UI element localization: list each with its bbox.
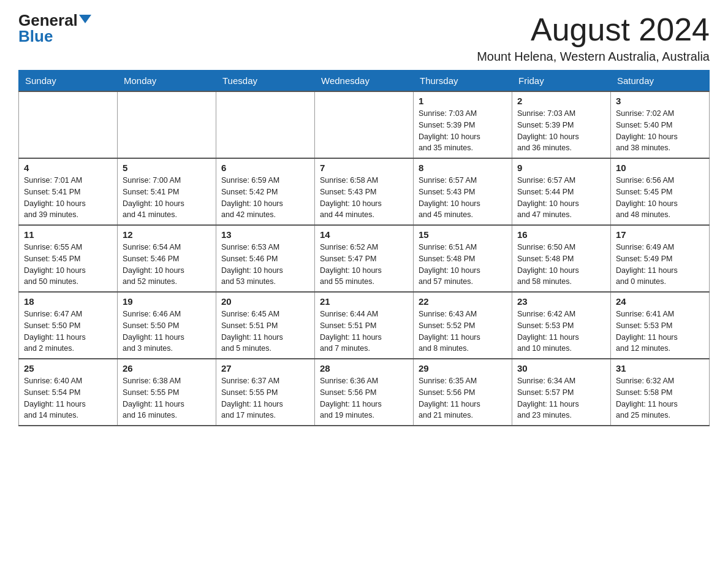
- day-number: 7: [320, 163, 408, 173]
- day-number: 4: [24, 163, 112, 173]
- day-number: 14: [320, 229, 408, 240]
- day-info: Sunrise: 6:57 AM Sunset: 5:43 PM Dayligh…: [419, 175, 507, 221]
- calendar-cell: 15Sunrise: 6:51 AM Sunset: 5:48 PM Dayli…: [414, 225, 512, 292]
- day-info: Sunrise: 6:45 AM Sunset: 5:51 PM Dayligh…: [221, 308, 309, 354]
- day-number: 2: [517, 96, 605, 106]
- day-number: 26: [123, 363, 211, 373]
- col-header-tuesday: Tuesday: [216, 71, 315, 92]
- day-number: 11: [24, 229, 112, 240]
- day-info: Sunrise: 7:01 AM Sunset: 5:41 PM Dayligh…: [24, 175, 112, 221]
- day-number: 29: [419, 363, 507, 373]
- calendar-cell: 29Sunrise: 6:35 AM Sunset: 5:56 PM Dayli…: [414, 359, 512, 426]
- calendar-cell: [315, 91, 414, 158]
- day-info: Sunrise: 6:44 AM Sunset: 5:51 PM Dayligh…: [320, 308, 408, 354]
- location-title: Mount Helena, Western Australia, Austral…: [477, 50, 710, 64]
- calendar-cell: 18Sunrise: 6:47 AM Sunset: 5:50 PM Dayli…: [19, 292, 118, 359]
- calendar-cell: 16Sunrise: 6:50 AM Sunset: 5:48 PM Dayli…: [512, 225, 611, 292]
- calendar-cell: 2Sunrise: 7:03 AM Sunset: 5:39 PM Daylig…: [512, 91, 611, 158]
- day-info: Sunrise: 6:59 AM Sunset: 5:42 PM Dayligh…: [221, 175, 309, 221]
- calendar-cell: [216, 91, 315, 158]
- calendar-table: SundayMondayTuesdayWednesdayThursdayFrid…: [18, 70, 710, 426]
- logo: General Blue: [18, 12, 91, 44]
- calendar-cell: 1Sunrise: 7:03 AM Sunset: 5:39 PM Daylig…: [414, 91, 512, 158]
- day-number: 9: [517, 163, 605, 173]
- day-info: Sunrise: 6:49 AM Sunset: 5:49 PM Dayligh…: [616, 242, 704, 288]
- logo-arrow-icon: [79, 15, 91, 23]
- day-number: 5: [123, 163, 211, 173]
- calendar-cell: 23Sunrise: 6:42 AM Sunset: 5:53 PM Dayli…: [512, 292, 611, 359]
- day-number: 6: [221, 163, 309, 173]
- col-header-friday: Friday: [512, 71, 611, 92]
- logo-general: General: [18, 12, 78, 28]
- day-info: Sunrise: 6:41 AM Sunset: 5:53 PM Dayligh…: [616, 308, 704, 354]
- day-info: Sunrise: 6:36 AM Sunset: 5:56 PM Dayligh…: [320, 375, 408, 421]
- calendar-cell: 22Sunrise: 6:43 AM Sunset: 5:52 PM Dayli…: [414, 292, 512, 359]
- day-number: 15: [419, 229, 507, 240]
- calendar-cell: 5Sunrise: 7:00 AM Sunset: 5:41 PM Daylig…: [118, 158, 216, 225]
- day-number: 23: [517, 296, 605, 307]
- day-info: Sunrise: 7:02 AM Sunset: 5:40 PM Dayligh…: [616, 108, 704, 154]
- day-number: 27: [221, 363, 309, 373]
- day-info: Sunrise: 6:38 AM Sunset: 5:55 PM Dayligh…: [123, 375, 211, 421]
- calendar-cell: [118, 91, 216, 158]
- col-header-sunday: Sunday: [19, 71, 118, 92]
- day-number: 20: [221, 296, 309, 307]
- calendar-cell: 28Sunrise: 6:36 AM Sunset: 5:56 PM Dayli…: [315, 359, 414, 426]
- week-row-3: 11Sunrise: 6:55 AM Sunset: 5:45 PM Dayli…: [19, 225, 710, 292]
- day-number: 28: [320, 363, 408, 373]
- day-number: 12: [123, 229, 211, 240]
- logo-blue: Blue: [18, 28, 53, 44]
- calendar-cell: 6Sunrise: 6:59 AM Sunset: 5:42 PM Daylig…: [216, 158, 315, 225]
- day-number: 8: [419, 163, 507, 173]
- week-row-1: 1Sunrise: 7:03 AM Sunset: 5:39 PM Daylig…: [19, 91, 710, 158]
- calendar-cell: 10Sunrise: 6:56 AM Sunset: 5:45 PM Dayli…: [611, 158, 710, 225]
- day-info: Sunrise: 6:57 AM Sunset: 5:44 PM Dayligh…: [517, 175, 605, 221]
- calendar-cell: 3Sunrise: 7:02 AM Sunset: 5:40 PM Daylig…: [611, 91, 710, 158]
- day-info: Sunrise: 6:50 AM Sunset: 5:48 PM Dayligh…: [517, 242, 605, 288]
- day-number: 16: [517, 229, 605, 240]
- day-number: 24: [616, 296, 704, 307]
- day-info: Sunrise: 6:37 AM Sunset: 5:55 PM Dayligh…: [221, 375, 309, 421]
- col-header-thursday: Thursday: [414, 71, 512, 92]
- page-header: General Blue August 2024 Mount Helena, W…: [18, 12, 710, 64]
- day-info: Sunrise: 6:56 AM Sunset: 5:45 PM Dayligh…: [616, 175, 704, 221]
- calendar-cell: 7Sunrise: 6:58 AM Sunset: 5:43 PM Daylig…: [315, 158, 414, 225]
- calendar-cell: 9Sunrise: 6:57 AM Sunset: 5:44 PM Daylig…: [512, 158, 611, 225]
- calendar-cell: 20Sunrise: 6:45 AM Sunset: 5:51 PM Dayli…: [216, 292, 315, 359]
- day-number: 30: [517, 363, 605, 373]
- calendar-cell: 25Sunrise: 6:40 AM Sunset: 5:54 PM Dayli…: [19, 359, 118, 426]
- day-number: 19: [123, 296, 211, 307]
- day-info: Sunrise: 6:47 AM Sunset: 5:50 PM Dayligh…: [24, 308, 112, 354]
- day-number: 31: [616, 363, 704, 373]
- day-info: Sunrise: 7:03 AM Sunset: 5:39 PM Dayligh…: [517, 108, 605, 154]
- day-number: 13: [221, 229, 309, 240]
- day-info: Sunrise: 6:46 AM Sunset: 5:50 PM Dayligh…: [123, 308, 211, 354]
- day-info: Sunrise: 6:43 AM Sunset: 5:52 PM Dayligh…: [419, 308, 507, 354]
- week-row-5: 25Sunrise: 6:40 AM Sunset: 5:54 PM Dayli…: [19, 359, 710, 426]
- day-number: 17: [616, 229, 704, 240]
- day-info: Sunrise: 6:51 AM Sunset: 5:48 PM Dayligh…: [419, 242, 507, 288]
- day-info: Sunrise: 6:34 AM Sunset: 5:57 PM Dayligh…: [517, 375, 605, 421]
- day-info: Sunrise: 6:55 AM Sunset: 5:45 PM Dayligh…: [24, 242, 112, 288]
- day-info: Sunrise: 6:42 AM Sunset: 5:53 PM Dayligh…: [517, 308, 605, 354]
- header-row: SundayMondayTuesdayWednesdayThursdayFrid…: [19, 71, 710, 92]
- calendar-cell: 31Sunrise: 6:32 AM Sunset: 5:58 PM Dayli…: [611, 359, 710, 426]
- day-number: 25: [24, 363, 112, 373]
- calendar-cell: 27Sunrise: 6:37 AM Sunset: 5:55 PM Dayli…: [216, 359, 315, 426]
- calendar-cell: 24Sunrise: 6:41 AM Sunset: 5:53 PM Dayli…: [611, 292, 710, 359]
- calendar-cell: 14Sunrise: 6:52 AM Sunset: 5:47 PM Dayli…: [315, 225, 414, 292]
- day-number: 1: [419, 96, 507, 106]
- calendar-cell: 4Sunrise: 7:01 AM Sunset: 5:41 PM Daylig…: [19, 158, 118, 225]
- col-header-wednesday: Wednesday: [315, 71, 414, 92]
- col-header-monday: Monday: [118, 71, 216, 92]
- calendar-cell: 17Sunrise: 6:49 AM Sunset: 5:49 PM Dayli…: [611, 225, 710, 292]
- calendar-cell: 13Sunrise: 6:53 AM Sunset: 5:46 PM Dayli…: [216, 225, 315, 292]
- calendar-cell: 26Sunrise: 6:38 AM Sunset: 5:55 PM Dayli…: [118, 359, 216, 426]
- calendar-cell: 11Sunrise: 6:55 AM Sunset: 5:45 PM Dayli…: [19, 225, 118, 292]
- calendar-cell: 21Sunrise: 6:44 AM Sunset: 5:51 PM Dayli…: [315, 292, 414, 359]
- day-info: Sunrise: 7:03 AM Sunset: 5:39 PM Dayligh…: [419, 108, 507, 154]
- day-info: Sunrise: 6:54 AM Sunset: 5:46 PM Dayligh…: [123, 242, 211, 288]
- calendar-cell: 12Sunrise: 6:54 AM Sunset: 5:46 PM Dayli…: [118, 225, 216, 292]
- week-row-4: 18Sunrise: 6:47 AM Sunset: 5:50 PM Dayli…: [19, 292, 710, 359]
- day-number: 3: [616, 96, 704, 106]
